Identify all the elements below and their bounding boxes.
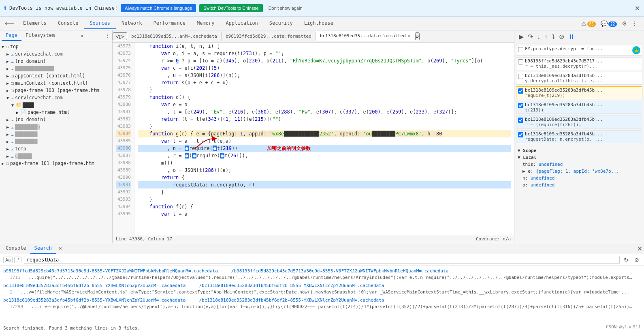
tree-label: ████████n (15, 124, 40, 130)
tree-item[interactable]: ▶ ☁ temp (0, 145, 112, 152)
tree-label: u█████ (15, 153, 32, 159)
watch-item-6: bc1318e8109ed35283a3dfb45b... r = (requi… (516, 116, 642, 129)
code-line-43991: requestData: n.encrypt(o, r) (138, 181, 511, 188)
step-into-button[interactable]: ↓ (536, 32, 542, 41)
message-icon[interactable]: 💬22 (599, 19, 618, 28)
result-line-17299[interactable]: 17299 ...r e=require("../@babel/runtime/… (3, 304, 641, 310)
tree-expand-icon: ▶ (6, 154, 9, 159)
tree-item[interactable]: ▶ 📄 page-frame.html (0, 109, 112, 116)
file-icon: ☐ (11, 88, 14, 93)
switch-chinese-button[interactable]: Switch DevTools to Chinese (199, 4, 262, 12)
watch-checkbox-3[interactable] (518, 74, 523, 79)
step-over-button[interactable]: ↷ (527, 32, 534, 41)
watch-checkbox-1[interactable] (518, 47, 523, 52)
result-line-1[interactable]: 1 ...y={fileName:"WAServiceMainContext.j… (3, 289, 641, 295)
notif-close-button[interactable]: ✕ (635, 4, 640, 12)
editor-tab-3[interactable]: bc1318e8109ed35...data:formatted ✕ (316, 31, 415, 41)
tab-sources[interactable]: Sources (84, 18, 116, 29)
scope-header[interactable]: ▼ Scope (516, 147, 642, 154)
watch-checkbox-4[interactable] (518, 88, 523, 94)
tree-item[interactable]: ▶ ☁ ██████████████ (0, 65, 112, 72)
tree-item[interactable]: ▶ ☁ u█████ (0, 152, 112, 160)
result-file-1[interactable]: b98193ffcd5d829cb43c7d5713a30c9d-8555-V0… (3, 268, 641, 274)
step-out-button[interactable]: ↑ (543, 32, 549, 41)
clear-search-button[interactable]: ⊘ (633, 256, 641, 264)
result-group-1: b98193ffcd5d829cb43c7d5713a30c9d-8555-V0… (3, 268, 641, 281)
watch-checkbox-6[interactable] (518, 118, 523, 123)
panel-tab-page[interactable]: Page (2, 30, 21, 41)
status-coverage: Coverage: n/a (476, 236, 511, 242)
editor-tab-1[interactable]: bc1318e8109ed35...anM=.cachedata (127, 32, 222, 41)
watch-text-3: bc1318e8109ed35283a3dfb45b... y.decrypt.… (525, 73, 640, 84)
tab-network[interactable]: Network (116, 18, 148, 29)
resume-button[interactable]: ▶ (518, 32, 525, 41)
tab-lighthouse[interactable]: Lighthouse (299, 18, 339, 29)
code-line: return s(p + e + c + u) (138, 79, 511, 86)
tab-elements[interactable]: Elements (17, 18, 52, 29)
tree-item[interactable]: ▶ ☁ ████████n (0, 123, 112, 131)
warning-icon[interactable]: ⚠66 (580, 19, 597, 28)
bottom-panel-close[interactable]: ✕ (637, 245, 642, 253)
tab-application[interactable]: Application (220, 18, 263, 29)
deactivate-breakpoints-button[interactable]: ⊘ (558, 32, 565, 41)
panel-tab-filesystem[interactable]: Filesystem (21, 30, 59, 41)
local-scope-header[interactable]: ▼ Local (516, 154, 642, 161)
search-input[interactable] (24, 256, 620, 264)
editor-tab-3-close[interactable]: ✕ (407, 33, 411, 39)
editor-more-tabs-button[interactable]: » (415, 32, 420, 40)
tree-item[interactable]: ▶ ☁ ████████ (0, 138, 112, 145)
bottom-tab-console[interactable]: Console (2, 243, 30, 254)
code-line: r >= 0 ? p = [(o = a)(345), o(230), o(21… (138, 57, 511, 64)
search-options: Aa .* (3, 257, 21, 263)
file-nav-icon[interactable]: ◁▷ (113, 32, 127, 40)
tree-item[interactable]: ▶ ☐ appContext (context.html) (0, 72, 112, 79)
tree-item[interactable]: ▼ 📁 ████ (0, 101, 112, 109)
refresh-search-button[interactable]: ↻ (622, 256, 630, 264)
tree-item[interactable]: ▶ ☐ page-frame_100 (page-frame.htm (0, 87, 112, 94)
search-tab-close[interactable]: ✕ (56, 245, 64, 252)
tree-item[interactable]: ▶ ☐ mainContext (context.html) (0, 79, 112, 87)
bottom-tab-search[interactable]: Search (30, 243, 56, 254)
tab-security[interactable]: Security (264, 18, 299, 29)
scope-item-e: ▶ e: {pageFlag: 1, appId: 'wx8e7o... (516, 168, 642, 175)
watch-checkbox-7[interactable] (518, 132, 523, 137)
case-sensitive-button[interactable]: Aa (3, 257, 13, 263)
code-line: } (138, 196, 511, 203)
editor-tab-2[interactable]: b98193ffcd5d829...data:formatted (222, 32, 316, 41)
tree-item[interactable]: ▶ ☐ page-frame_101 (page-frame.htm (0, 160, 112, 167)
editor-tab-2-label: b98193ffcd5d829...data:formatted (226, 34, 311, 39)
back-forward-button[interactable]: ⟵ (2, 18, 17, 29)
step-button[interactable]: ⤵ (550, 32, 556, 41)
more-icon[interactable]: ⋮ (630, 19, 639, 28)
result-file-3[interactable]: bc1318e8109ed35283a3dfb45bf6df2b-8555-YX… (3, 297, 641, 304)
tree-item[interactable]: ▼ ☐ top (0, 43, 112, 50)
tab-console[interactable]: Console (52, 18, 84, 29)
tab-memory[interactable]: Memory (191, 18, 220, 29)
code-line: m()) (138, 159, 511, 167)
result-line-1711[interactable]: 1711 ...quire("../../../../../../../@bab… (3, 274, 641, 281)
watch-checkbox-2[interactable] (518, 59, 523, 64)
dont-show-button[interactable]: Don't show again (266, 4, 305, 12)
watch-item-5: bc1318e8109ed35283a3dfb45b... t(219)) (516, 101, 642, 114)
pause-exceptions-button[interactable]: ⏸ (567, 32, 576, 41)
tree-expand-icon: ▶ (6, 88, 9, 93)
tree-item[interactable]: ▼ ☁ servicewechat.com (0, 94, 112, 101)
tree-expand-icon: ▼ (6, 96, 9, 100)
tree-item[interactable]: ▶ ☁ servicewechat.com (0, 50, 112, 58)
tab-performance[interactable]: Performance (148, 18, 191, 29)
tree-item[interactable]: ▶ ☁ (no domain) (0, 58, 112, 65)
regex-button[interactable]: .* (14, 257, 21, 263)
tree-item[interactable]: ▶ ☁ (no domain) (0, 116, 112, 123)
panel-more-button[interactable]: » (80, 32, 83, 39)
code-content[interactable]: function i(e, t, n, i) { var o, i = a, s… (134, 43, 514, 235)
code-area[interactable]: 43973 43973 43974 43975 43976 43977 4397… (113, 43, 514, 235)
match-language-button[interactable]: Always match Chrome's language (121, 4, 196, 12)
code-line-highlighted: function g(e) { e = {pageFlag: 1, appId:… (138, 130, 511, 137)
panel-menu-button[interactable]: ⋮ (105, 32, 111, 39)
editor-tab-3-label: bc1318e8109ed35...data:formatted (320, 33, 406, 39)
watch-checkbox-5[interactable] (518, 103, 523, 108)
settings-icon[interactable]: ⚙ (620, 19, 629, 28)
tree-expand-icon: ▶ (6, 74, 9, 78)
result-file-2[interactable]: bc1318e8109ed35283a3dfb45bf6df2b-8555-YX… (3, 282, 641, 289)
tree-item[interactable]: ▶ ☁ ████████ (0, 131, 112, 138)
